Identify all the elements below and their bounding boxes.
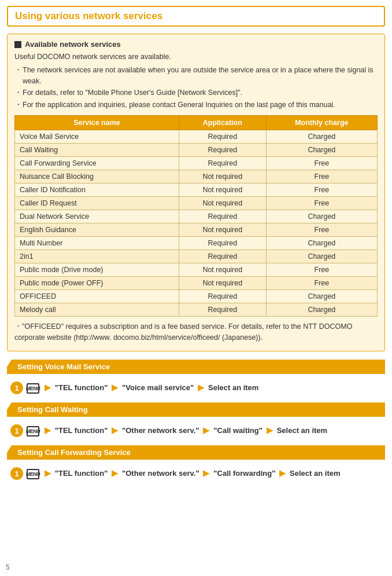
table-row: Call WaitingRequiredCharged xyxy=(15,143,378,156)
table-cell-5-1: Not required xyxy=(179,196,266,210)
info-heading-text: Available network services xyxy=(25,40,121,49)
step-part-3: Select an item xyxy=(290,469,340,478)
step-part-3: Select an item xyxy=(277,426,327,435)
step-header-call-waiting: Setting Call Waiting xyxy=(7,402,385,417)
table-cell-9-0: 2in1 xyxy=(15,250,179,263)
step-row: 1MENU ▶ "TEL function" ▶ "Other network … xyxy=(7,421,385,439)
table-cell-10-0: Public mode (Drive mode) xyxy=(15,263,179,276)
table-row: 2in1RequiredCharged xyxy=(15,250,378,263)
table-cell-13-0: Melody call xyxy=(15,303,179,316)
table-cell-6-0: Dual Network Service xyxy=(15,210,179,223)
arrow-icon: ▶ xyxy=(277,468,288,478)
step-part-2: "Call waiting" xyxy=(213,426,262,435)
table-row: Public mode (Drive mode)Not requiredFree xyxy=(15,263,378,276)
info-heading: Available network services xyxy=(14,40,378,49)
table-cell-1-2: Charged xyxy=(266,143,377,156)
step-content: MENU ▶ "TEL function" ▶ "Other network s… xyxy=(27,424,382,437)
step-part-1: "Other network serv." xyxy=(122,426,199,435)
arrow-icon: ▶ xyxy=(42,468,53,478)
step-part-0: "TEL function" xyxy=(55,383,108,392)
table-cell-8-2: Charged xyxy=(266,236,377,250)
arrow-icon: ▶ xyxy=(42,425,53,435)
bullet-item-1: The network services are not available w… xyxy=(14,65,378,87)
table-cell-10-1: Not required xyxy=(179,263,266,276)
page-title: Using various network services xyxy=(15,10,377,22)
table-cell-11-1: Not required xyxy=(179,276,266,289)
table-cell-6-2: Charged xyxy=(266,210,377,223)
table-row: Dual Network ServiceRequiredCharged xyxy=(15,210,378,223)
black-square-icon xyxy=(14,41,21,48)
step-number: 1 xyxy=(10,381,23,394)
step-part-2: "Call forwarding" xyxy=(213,469,275,478)
table-cell-0-1: Required xyxy=(179,130,266,143)
table-cell-13-1: Required xyxy=(179,303,266,316)
table-cell-5-0: Caller ID Request xyxy=(15,196,179,210)
page-number: 5 xyxy=(6,563,10,571)
table-row: Voice Mail ServiceRequiredCharged xyxy=(15,130,378,143)
step-row: 1MENU ▶ "TEL function" ▶ "Voice mail ser… xyxy=(7,379,385,397)
step-section-call-forwarding: Setting Call Forwarding Service1MENU ▶ "… xyxy=(7,445,385,482)
table-row: Call Forwarding ServiceRequiredFree xyxy=(15,156,378,170)
menu-icon: MENU xyxy=(27,426,39,436)
step-header-voice-mail: Setting Voice Mail Service xyxy=(7,359,385,374)
table-cell-4-0: Caller ID Notification xyxy=(15,183,179,196)
table-row: Multi NumberRequiredCharged xyxy=(15,236,378,250)
arrow-icon: ▶ xyxy=(109,383,120,392)
table-cell-0-0: Voice Mail Service xyxy=(15,130,179,143)
table-row: Melody callRequiredCharged xyxy=(15,303,378,316)
step-part-0: "TEL function" xyxy=(55,426,108,435)
table-cell-12-2: Charged xyxy=(266,289,377,303)
table-cell-10-2: Free xyxy=(266,263,377,276)
table-cell-3-0: Nuisance Call Blocking xyxy=(15,170,179,183)
table-footnote: "OFFICEED" requires a subscription and i… xyxy=(14,321,378,343)
step-part-1: "Voice mail service" xyxy=(122,383,194,392)
table-cell-11-2: Free xyxy=(266,276,377,289)
table-cell-4-1: Not required xyxy=(179,183,266,196)
step-number: 1 xyxy=(10,467,23,480)
menu-icon: MENU xyxy=(27,383,39,394)
table-cell-9-1: Required xyxy=(179,250,266,263)
table-row: Caller ID NotificationNot requiredFree xyxy=(15,183,378,196)
table-cell-3-2: Free xyxy=(266,170,377,183)
arrow-icon: ▶ xyxy=(201,425,212,435)
step-part-0: "TEL function" xyxy=(55,469,108,478)
table-cell-8-0: Multi Number xyxy=(15,236,179,250)
arrow-icon: ▶ xyxy=(201,468,212,478)
step-section-voice-mail: Setting Voice Mail Service1MENU ▶ "TEL f… xyxy=(7,359,385,397)
table-row: OFFICEEDRequiredCharged xyxy=(15,289,378,303)
arrow-icon: ▶ xyxy=(42,383,53,392)
table-row: Caller ID RequestNot requiredFree xyxy=(15,196,378,210)
info-box: Available network services Useful DOCOMO… xyxy=(7,34,385,351)
table-cell-4-2: Free xyxy=(266,183,377,196)
step-sections: Setting Voice Mail Service1MENU ▶ "TEL f… xyxy=(7,359,385,482)
arrow-icon: ▶ xyxy=(109,425,120,435)
col-header-monthly: Monthly charge xyxy=(266,115,377,130)
table-cell-13-2: Charged xyxy=(266,303,377,316)
table-cell-11-0: Public mode (Power OFF) xyxy=(15,276,179,289)
table-row: Nuisance Call BlockingNot requiredFree xyxy=(15,170,378,183)
col-header-application: Application xyxy=(179,115,266,130)
service-table: Service name Application Monthly charge … xyxy=(14,115,378,317)
table-cell-7-2: Free xyxy=(266,223,377,236)
step-row: 1MENU ▶ "TEL function" ▶ "Other network … xyxy=(7,464,385,482)
step-part-2: Select an item xyxy=(208,383,258,392)
table-cell-2-0: Call Forwarding Service xyxy=(15,156,179,170)
table-cell-1-0: Call Waiting xyxy=(15,143,179,156)
bullet-item-2: For details, refer to "Mobile Phone User… xyxy=(14,87,378,98)
table-row: English GuidanceNot requiredFree xyxy=(15,223,378,236)
bullet-item-3: For the application and inquiries, pleas… xyxy=(14,100,378,111)
table-cell-6-1: Required xyxy=(179,210,266,223)
step-header-call-forwarding: Setting Call Forwarding Service xyxy=(7,445,385,460)
table-cell-0-2: Charged xyxy=(266,130,377,143)
info-intro: Useful DOCOMO network services are avail… xyxy=(14,52,378,63)
table-cell-7-0: English Guidance xyxy=(15,223,179,236)
menu-icon: MENU xyxy=(27,469,39,479)
table-cell-1-1: Required xyxy=(179,143,266,156)
table-cell-2-1: Required xyxy=(179,156,266,170)
table-cell-5-2: Free xyxy=(266,196,377,210)
step-part-1: "Other network serv." xyxy=(122,469,199,478)
arrow-icon: ▶ xyxy=(264,425,275,435)
step-content: MENU ▶ "TEL function" ▶ "Voice mail serv… xyxy=(27,381,382,394)
arrow-icon: ▶ xyxy=(109,468,120,478)
table-cell-8-1: Required xyxy=(179,236,266,250)
